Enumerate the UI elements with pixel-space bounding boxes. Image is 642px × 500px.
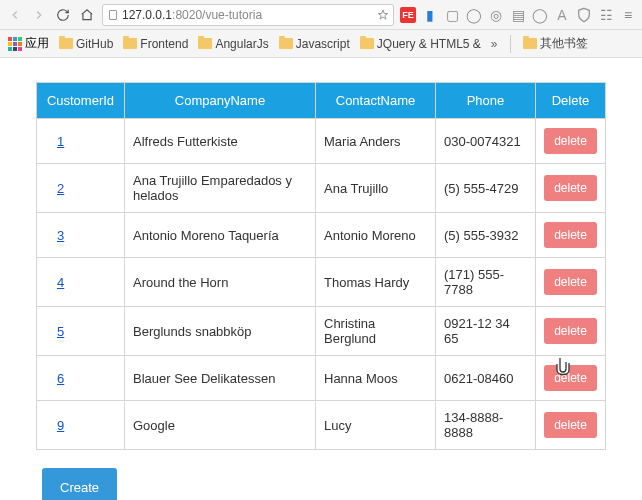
- home-icon[interactable]: [78, 6, 96, 24]
- cell-id: 3: [37, 213, 125, 258]
- folder-icon: [360, 38, 374, 49]
- customers-table: CustomerId CompanyName ContactName Phone…: [36, 82, 606, 450]
- cell-contact: Maria Anders: [316, 119, 436, 164]
- ext-circle-icon[interactable]: ◯: [532, 7, 548, 23]
- folder-icon: [279, 38, 293, 49]
- bookmark-github[interactable]: GitHub: [59, 37, 113, 51]
- table-row: 5Berglunds snabbköpChristina Berglund092…: [37, 307, 606, 356]
- ext-ring-icon[interactable]: ◎: [488, 7, 504, 23]
- cell-company: Antonio Moreno Taquería: [125, 213, 316, 258]
- ext-angular-icon[interactable]: A: [554, 7, 570, 23]
- customer-id-link[interactable]: 3: [57, 228, 64, 243]
- cell-contact: Ana Trujillo: [316, 164, 436, 213]
- delete-button[interactable]: delete: [544, 318, 597, 344]
- cell-id: 4: [37, 258, 125, 307]
- cell-company: Alfreds Futterkiste: [125, 119, 316, 164]
- svg-rect-0: [110, 10, 117, 19]
- ext-sliders-icon[interactable]: ☷: [598, 7, 614, 23]
- customer-id-link[interactable]: 6: [57, 371, 64, 386]
- extension-icons: FE ▮ ▢ ◯ ◎ ▤ ◯ A ☷ ≡: [400, 7, 636, 23]
- cell-delete: delete: [536, 356, 606, 401]
- apps-icon: [8, 37, 22, 51]
- separator: [510, 35, 511, 53]
- cell-id: 5: [37, 307, 125, 356]
- cell-contact: Lucy: [316, 401, 436, 450]
- cell-company: Google: [125, 401, 316, 450]
- cell-company: Blauer See Delikatessen: [125, 356, 316, 401]
- menu-icon[interactable]: ≡: [620, 7, 636, 23]
- bookmark-frontend[interactable]: Frontend: [123, 37, 188, 51]
- table-header-row: CustomerId CompanyName ContactName Phone…: [37, 83, 606, 119]
- ext-fehelper-icon[interactable]: FE: [400, 7, 416, 23]
- folder-icon: [523, 38, 537, 49]
- th-delete: Delete: [536, 83, 606, 119]
- star-icon[interactable]: [377, 9, 389, 21]
- table-row: 1Alfreds FutterkisteMaria Anders030-0074…: [37, 119, 606, 164]
- ext-doc-icon[interactable]: ▤: [510, 7, 526, 23]
- bookmark-jquery[interactable]: JQuery & HTML5 &: [360, 37, 481, 51]
- cell-company: Around the Horn: [125, 258, 316, 307]
- folder-icon: [59, 38, 73, 49]
- th-contact: ContactName: [316, 83, 436, 119]
- th-company: CompanyName: [125, 83, 316, 119]
- cell-phone: 0621-08460: [436, 356, 536, 401]
- reload-icon[interactable]: [54, 6, 72, 24]
- delete-button[interactable]: delete: [544, 365, 597, 391]
- cell-id: 6: [37, 356, 125, 401]
- cell-company: Ana Trujillo Emparedados y helados: [125, 164, 316, 213]
- folder-icon: [198, 38, 212, 49]
- url-bar[interactable]: 127.0.0.1:8020/vue-tutoria: [102, 4, 394, 26]
- back-icon[interactable]: [6, 6, 24, 24]
- page-icon: [107, 9, 119, 21]
- url-text: 127.0.0.1:8020/vue-tutoria: [122, 8, 374, 22]
- customer-id-link[interactable]: 1: [57, 134, 64, 149]
- cell-id: 1: [37, 119, 125, 164]
- delete-button[interactable]: delete: [544, 222, 597, 248]
- delete-button[interactable]: delete: [544, 128, 597, 154]
- cell-contact: Antonio Moreno: [316, 213, 436, 258]
- cell-phone: 030-0074321: [436, 119, 536, 164]
- delete-button[interactable]: delete: [544, 269, 597, 295]
- customer-id-link[interactable]: 4: [57, 275, 64, 290]
- cell-delete: delete: [536, 213, 606, 258]
- cell-contact: Christina Berglund: [316, 307, 436, 356]
- bookmark-other[interactable]: 其他书签: [523, 35, 588, 52]
- page-content: CustomerId CompanyName ContactName Phone…: [0, 58, 642, 500]
- th-id: CustomerId: [37, 83, 125, 119]
- customer-id-link[interactable]: 9: [57, 418, 64, 433]
- ext-chart-icon[interactable]: ▮: [422, 7, 438, 23]
- th-phone: Phone: [436, 83, 536, 119]
- table-row: 6Blauer See DelikatessenHanna Moos0621-0…: [37, 356, 606, 401]
- cell-phone: 134-8888-8888: [436, 401, 536, 450]
- cell-phone: (171) 555-7788: [436, 258, 536, 307]
- cell-phone: (5) 555-3932: [436, 213, 536, 258]
- cell-contact: Thomas Hardy: [316, 258, 436, 307]
- apps-shortcut[interactable]: 应用: [8, 35, 49, 52]
- cell-phone: 0921-12 34 65: [436, 307, 536, 356]
- ext-screen-icon[interactable]: ▢: [444, 7, 460, 23]
- bookmarks-bar: 应用 GitHub Frontend AngularJs Javascript …: [0, 30, 642, 58]
- browser-toolbar: 127.0.0.1:8020/vue-tutoria FE ▮ ▢ ◯ ◎ ▤ …: [0, 0, 642, 30]
- create-button[interactable]: Create: [42, 468, 117, 500]
- ext-shield-icon[interactable]: [576, 7, 592, 23]
- cell-id: 2: [37, 164, 125, 213]
- cell-delete: delete: [536, 258, 606, 307]
- cell-phone: (5) 555-4729: [436, 164, 536, 213]
- table-row: 2Ana Trujillo Emparedados y heladosAna T…: [37, 164, 606, 213]
- cell-delete: delete: [536, 401, 606, 450]
- delete-button[interactable]: delete: [544, 175, 597, 201]
- delete-button[interactable]: delete: [544, 412, 597, 438]
- customer-id-link[interactable]: 2: [57, 181, 64, 196]
- cell-company: Berglunds snabbköp: [125, 307, 316, 356]
- table-row: 3Antonio Moreno TaqueríaAntonio Moreno(5…: [37, 213, 606, 258]
- apps-label: 应用: [25, 35, 49, 52]
- forward-icon: [30, 6, 48, 24]
- table-row: 9GoogleLucy134-8888-8888delete: [37, 401, 606, 450]
- cell-delete: delete: [536, 119, 606, 164]
- ext-clock-icon[interactable]: ◯: [466, 7, 482, 23]
- cell-contact: Hanna Moos: [316, 356, 436, 401]
- bookmarks-overflow[interactable]: »: [491, 37, 498, 51]
- customer-id-link[interactable]: 5: [57, 324, 64, 339]
- bookmark-javascript[interactable]: Javascript: [279, 37, 350, 51]
- bookmark-angularjs[interactable]: AngularJs: [198, 37, 268, 51]
